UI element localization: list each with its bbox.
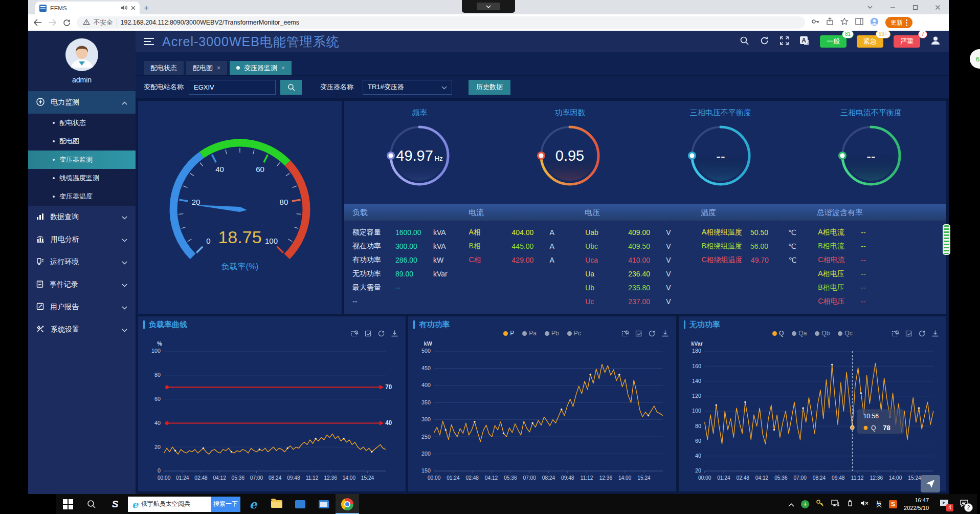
refresh-chart-icon[interactable] (377, 330, 385, 339)
page-url[interactable]: 192.168.204.112:8090/3000WEBV2/Transform… (121, 19, 300, 26)
download-icon[interactable] (931, 330, 939, 339)
refresh-icon[interactable] (760, 36, 769, 48)
legend-item-Pc[interactable]: Pc (567, 330, 581, 337)
sidebar-item-用户报告[interactable]: 用户报告 (28, 296, 136, 318)
svg-text:02:48: 02:48 (466, 475, 479, 481)
tab-distribution-diagram[interactable]: 配电图× (186, 61, 227, 75)
chrome-icon[interactable] (336, 494, 359, 514)
sidebar-item-电力监测[interactable]: 电力监测 (28, 91, 136, 114)
security-label[interactable]: 不安全 (94, 18, 113, 27)
antivirus-icon[interactable]: + (801, 500, 809, 508)
user-icon[interactable] (930, 35, 941, 48)
menu-toggle-icon[interactable] (144, 37, 154, 46)
taskbar-clock[interactable]: 16:47 2022/5/10 (904, 497, 929, 512)
maximize-button[interactable] (904, 0, 926, 14)
app-icon-1[interactable] (288, 494, 312, 514)
legend-item-P[interactable]: P (503, 330, 514, 337)
language-indicator[interactable]: 英 (876, 500, 882, 509)
back-icon[interactable] (33, 19, 42, 26)
region-zoom-icon[interactable] (351, 330, 359, 339)
bookmark-star-icon[interactable] (840, 17, 849, 28)
share-icon[interactable] (826, 17, 834, 28)
station-input[interactable]: EGXIV (189, 80, 276, 95)
sidebar-subitem-配电状态[interactable]: 配电状态 (28, 114, 136, 132)
new-tab-button[interactable]: + (140, 2, 153, 14)
file-explorer-icon[interactable] (265, 494, 288, 514)
audio-playing-icon[interactable] (121, 5, 127, 12)
recorder-expand-button[interactable] (477, 3, 500, 10)
legend-item-Pa[interactable]: Pa (522, 330, 537, 337)
sidebar-item-事件记录[interactable]: 事件记录 (28, 273, 136, 296)
download-icon[interactable] (391, 330, 398, 339)
browser-menu-icon[interactable] (906, 19, 907, 26)
zoom-restore-icon[interactable] (635, 330, 642, 339)
start-button[interactable] (56, 494, 80, 514)
tab-transformer-monitor[interactable]: 变压器监测× (230, 61, 292, 75)
profile-avatar-icon[interactable] (870, 17, 879, 28)
legend-item-Q[interactable]: Q (772, 330, 784, 337)
keys-icon[interactable] (816, 499, 825, 509)
url-bar[interactable]: 不安全 192.168.204.112:8090/3000WEBV2/Trans… (77, 16, 805, 29)
tab-close-icon[interactable] (131, 5, 136, 11)
translate-icon[interactable]: A (799, 36, 810, 48)
zoom-restore-icon[interactable] (364, 330, 372, 339)
browser-tab[interactable]: EEMS (35, 2, 140, 14)
tray-s-icon[interactable]: S (889, 500, 897, 508)
station-search-button[interactable] (280, 80, 302, 95)
side-panel-icon[interactable] (855, 18, 863, 27)
download-icon[interactable] (661, 330, 669, 339)
legend-item-Qa[interactable]: Qa (792, 330, 807, 337)
sidebar-item-用电分析[interactable]: 用电分析 (28, 228, 136, 251)
minimize-button[interactable] (881, 0, 904, 14)
reload-icon[interactable] (63, 19, 71, 27)
usb-icon[interactable] (847, 499, 854, 509)
svg-text:78: 78 (883, 423, 890, 431)
legend-item-Qc[interactable]: Qc (838, 330, 852, 337)
screen-edge-overlay[interactable]: 68 (970, 49, 980, 69)
quick-action-button[interactable] (921, 475, 940, 492)
region-zoom-icon[interactable] (621, 330, 629, 339)
app-notification-icon[interactable]: 4 (940, 499, 950, 509)
browser-update-button[interactable]: 更新 (885, 17, 912, 28)
transformer-select[interactable]: TR1#变压器 (363, 80, 452, 95)
sidebar-item-数据查询[interactable]: 数据查询 (28, 206, 136, 228)
taskbar-search-button[interactable]: 搜索一下 (211, 497, 240, 512)
sidebar-subitem-线缆温度监测[interactable]: 线缆温度监测 (28, 169, 136, 187)
refresh-chart-icon[interactable] (648, 330, 656, 339)
tray-expand-icon[interactable] (788, 500, 794, 509)
sidebar-subitem-变压器温度[interactable]: 变压器温度 (28, 187, 136, 206)
network-icon[interactable] (831, 500, 840, 509)
alarm-urgent-button[interactable]: 紧急99+ (857, 35, 883, 48)
internet-explorer-icon[interactable]: e (241, 494, 265, 514)
close-window-button[interactable] (926, 0, 949, 14)
security-warning-icon[interactable] (83, 19, 90, 27)
taskbar-search-icon[interactable] (80, 494, 103, 514)
page-scrollbar[interactable] (943, 224, 950, 255)
zoom-restore-icon[interactable] (905, 330, 912, 339)
tab-close-icon[interactable]: × (217, 65, 220, 72)
search-icon[interactable] (740, 36, 749, 48)
legend-item-Qb[interactable]: Qb (815, 330, 830, 337)
sidebar-item-系统设置[interactable]: 系统设置 (28, 318, 136, 341)
tab-distribution-status[interactable]: 配电状态 (144, 61, 184, 75)
app-icon-2[interactable] (312, 494, 336, 514)
volume-muted-icon[interactable] (860, 500, 869, 509)
tabstrip-chevron-icon[interactable] (859, 0, 881, 14)
legend-item-Pb[interactable]: Pb (545, 330, 559, 337)
password-key-icon[interactable] (811, 17, 819, 28)
action-center-icon[interactable]: 2 (960, 499, 969, 509)
sidebar-subitem-变压器监测[interactable]: 变压器监测 (28, 151, 136, 169)
fullscreen-icon[interactable] (779, 36, 789, 48)
history-data-button[interactable]: 历史数据 (469, 80, 510, 95)
taskbar-search-box[interactable]: e 俄宇航员太空阅兵 搜索一下 (128, 497, 240, 512)
alarm-normal-button[interactable]: 一般81 (820, 35, 847, 48)
taskbar-search-text[interactable]: 俄宇航员太空阅兵 (141, 500, 208, 508)
sidebar-item-运行环境[interactable]: 运行环境 (28, 251, 136, 273)
forward-icon[interactable] (48, 19, 57, 26)
tab-close-icon[interactable]: × (281, 65, 285, 72)
sidebar-subitem-配电图[interactable]: 配电图 (28, 132, 136, 151)
refresh-chart-icon[interactable] (918, 330, 926, 339)
region-zoom-icon[interactable] (892, 330, 899, 339)
s-app-icon[interactable]: S (103, 494, 127, 514)
alarm-severe-button[interactable]: 严重7 (894, 35, 920, 48)
